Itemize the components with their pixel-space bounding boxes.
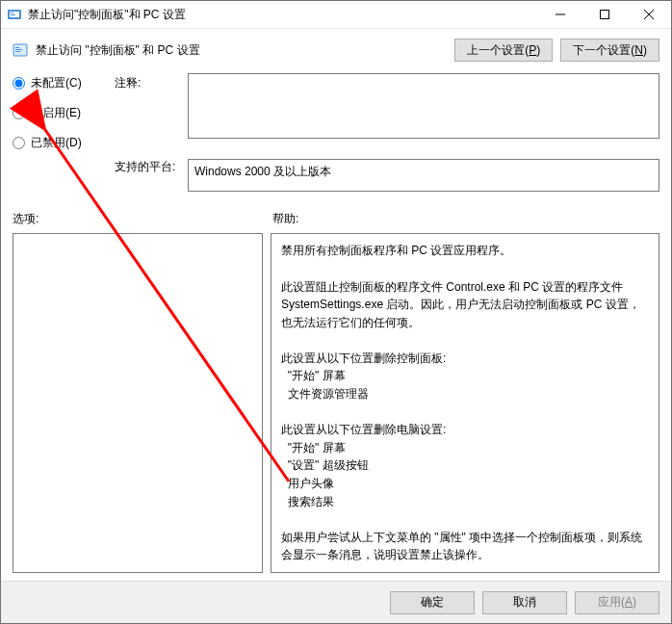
policy-title: 禁止访问 "控制面板" 和 PC 设置	[36, 42, 454, 59]
dialog-window: 禁止访问"控制面板"和 PC 设置 禁止访问 "控制	[0, 0, 672, 624]
comment-label: 注释:	[115, 73, 182, 91]
svg-rect-3	[11, 14, 15, 15]
svg-rect-2	[11, 13, 13, 13]
ok-button[interactable]: 确定	[390, 591, 475, 614]
policy-icon	[13, 42, 28, 58]
titlebar: 禁止访问"控制面板"和 PC 设置	[1, 1, 671, 29]
svg-rect-6	[15, 47, 19, 48]
apply-button[interactable]: 应用(A)	[575, 591, 659, 614]
mid-labels: 选项: 帮助:	[13, 211, 659, 227]
options-label: 选项:	[13, 211, 263, 227]
config-grid: 未配置(C) 已启用(E) 已禁用(D) 注释: 支持的平台: Windows …	[13, 73, 659, 192]
previous-setting-button[interactable]: 上一个设置(P)	[454, 39, 553, 62]
maximize-button[interactable]	[582, 1, 627, 28]
help-pane[interactable]: 禁用所有控制面板程序和 PC 设置应用程序。 此设置阻止控制面板的程序文件 Co…	[271, 233, 659, 573]
app-icon	[7, 7, 22, 22]
radio-enabled-input[interactable]	[13, 107, 25, 119]
supported-label: 支持的平台:	[115, 159, 182, 175]
svg-rect-8	[15, 51, 20, 52]
help-label: 帮助:	[263, 211, 659, 227]
options-pane	[13, 233, 263, 573]
radio-disabled[interactable]: 已禁用(D)	[13, 135, 109, 151]
cancel-button[interactable]: 取消	[482, 591, 567, 614]
close-button[interactable]	[627, 1, 671, 28]
supported-platform-box: Windows 2000 及以上版本	[188, 159, 659, 192]
radio-enabled[interactable]: 已启用(E)	[13, 105, 109, 121]
panes: 禁用所有控制面板程序和 PC 设置应用程序。 此设置阻止控制面板的程序文件 Co…	[13, 233, 659, 573]
radio-not-configured-input[interactable]	[13, 77, 25, 90]
client-area: 禁止访问 "控制面板" 和 PC 设置 上一个设置(P) 下一个设置(N) 未配…	[1, 29, 671, 623]
minimize-button[interactable]	[538, 1, 582, 28]
header-row: 禁止访问 "控制面板" 和 PC 设置 上一个设置(P) 下一个设置(N)	[13, 39, 659, 62]
svg-rect-7	[15, 49, 22, 50]
radio-group: 未配置(C) 已启用(E) 已禁用(D)	[13, 73, 109, 151]
next-setting-button[interactable]: 下一个设置(N)	[560, 39, 659, 62]
comment-textarea[interactable]	[188, 73, 659, 139]
radio-not-configured[interactable]: 未配置(C)	[13, 75, 109, 91]
window-controls	[538, 1, 671, 28]
radio-disabled-input[interactable]	[13, 137, 25, 149]
svg-rect-4	[601, 11, 609, 19]
footer: 确定 取消 应用(A)	[1, 581, 671, 623]
window-title: 禁止访问"控制面板"和 PC 设置	[28, 7, 538, 23]
nav-buttons: 上一个设置(P) 下一个设置(N)	[454, 39, 659, 62]
